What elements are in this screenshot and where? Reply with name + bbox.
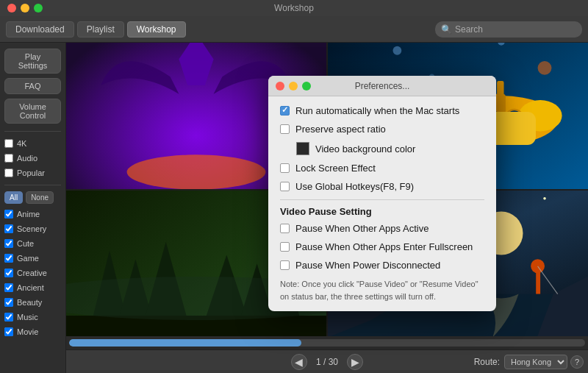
window-title: Workshop	[274, 3, 314, 13]
close-button[interactable]	[7, 4, 16, 13]
filter-4k-checkbox[interactable]	[4, 139, 13, 148]
pref-hotkeys-label: Use Global Hotkeys(F8, F9)	[295, 181, 414, 192]
modal-minimize-button[interactable]	[289, 82, 298, 90]
play-settings-button[interactable]: Play Settings	[4, 49, 61, 74]
minimize-button[interactable]	[21, 4, 29, 13]
category-scenery: Scenery	[4, 223, 61, 235]
sidebar-divider-1	[4, 131, 61, 132]
pref-run-auto-checkbox[interactable]	[280, 106, 290, 116]
category-music-checkbox[interactable]	[4, 313, 13, 322]
category-cute: Cute	[4, 238, 61, 249]
volume-control-button[interactable]: Volume Control	[4, 99, 61, 124]
filter-all-none: All None	[4, 191, 61, 204]
category-game: Game	[4, 252, 61, 264]
modal-divider	[280, 199, 484, 200]
toolbar: Downloaded Playlist Workshop 🔍	[0, 16, 588, 43]
pref-video-bg-label: Video background color	[315, 143, 415, 154]
modal-body: Run automatically when the Mac starts Pr…	[268, 96, 496, 311]
category-music-label: Music	[17, 313, 38, 322]
pref-pause-fullscreen-label: Pause When Other Apps Enter Fullscreen	[295, 241, 473, 252]
pref-hotkeys: Use Global Hotkeys(F8, F9)	[280, 181, 484, 192]
category-creative-checkbox[interactable]	[4, 269, 13, 277]
pref-aspect-ratio: Preserve aspect ratio	[280, 124, 484, 135]
sidebar-divider-2	[4, 185, 61, 185]
filter-all-button[interactable]: All	[4, 191, 23, 204]
modal-overlay: Preferences... Run automatically when th…	[66, 43, 588, 373]
pref-pause-power: Pause When Power Disconnected	[280, 260, 484, 271]
modal-close-button[interactable]	[276, 82, 284, 90]
tab-workshop[interactable]: Workshop	[127, 21, 186, 38]
preferences-modal: Preferences... Run automatically when th…	[268, 76, 496, 311]
category-game-checkbox[interactable]	[4, 254, 13, 263]
pref-run-auto: Run automatically when the Mac starts	[280, 105, 484, 116]
pref-aspect-ratio-checkbox[interactable]	[280, 124, 290, 134]
category-beauty: Beauty	[4, 296, 61, 308]
category-anime: Anime	[4, 208, 61, 220]
modal-maximize-button[interactable]	[302, 82, 311, 90]
traffic-lights	[7, 4, 43, 13]
maximize-button[interactable]	[34, 4, 43, 13]
category-game-label: Game	[17, 254, 39, 263]
category-anime-checkbox[interactable]	[4, 210, 13, 219]
pref-pause-power-label: Pause When Power Disconnected	[295, 260, 440, 271]
pref-hotkeys-checkbox[interactable]	[280, 182, 290, 191]
pref-pause-power-checkbox[interactable]	[280, 260, 290, 270]
filter-audio-checkbox[interactable]	[4, 154, 13, 163]
search-icon: 🔍	[441, 24, 452, 35]
pref-pause-apps-active: Pause When Other Apps Active	[280, 223, 484, 234]
category-scenery-label: Scenery	[17, 224, 46, 233]
category-movie: Movie	[4, 326, 61, 338]
pref-lock-screen-label: Lock Screen Effect	[295, 163, 376, 174]
pref-lock-screen-checkbox[interactable]	[280, 163, 290, 173]
pref-pause-fullscreen: Pause When Other Apps Enter Fullscreen	[280, 241, 484, 252]
filter-4k: 4K	[4, 138, 61, 149]
modal-title: Preferences...	[355, 81, 410, 91]
category-scenery-checkbox[interactable]	[4, 224, 13, 233]
color-swatch[interactable]	[296, 142, 309, 155]
pref-lock-screen: Lock Screen Effect	[280, 163, 484, 174]
category-movie-checkbox[interactable]	[4, 327, 13, 336]
modal-traffic-lights	[276, 82, 311, 90]
pref-video-bg-color: Video background color	[296, 142, 484, 155]
pref-pause-apps-active-label: Pause When Other Apps Active	[295, 223, 429, 234]
main-layout: Play Settings FAQ Volume Control 4K Audi…	[0, 43, 588, 373]
category-beauty-checkbox[interactable]	[4, 298, 13, 307]
pref-pause-fullscreen-checkbox[interactable]	[280, 242, 290, 252]
category-cute-label: Cute	[17, 239, 34, 248]
pref-aspect-ratio-label: Preserve aspect ratio	[295, 124, 386, 135]
modal-title-bar: Preferences...	[268, 76, 496, 96]
video-pause-section-title: Video Pause Setting	[280, 206, 484, 217]
filter-audio-label: Audio	[17, 154, 37, 163]
content-area: ◀ 1 / 30 ▶ Route: Hong Kong ?	[66, 43, 588, 373]
category-cute-checkbox[interactable]	[4, 239, 13, 248]
category-ancient-label: Ancient	[17, 283, 44, 292]
filter-4k-label: 4K	[17, 139, 26, 148]
faq-button[interactable]: FAQ	[4, 78, 61, 94]
category-creative: Creative	[4, 267, 61, 279]
tab-playlist[interactable]: Playlist	[77, 21, 124, 38]
filter-popular-label: Popular	[17, 168, 45, 177]
filter-popular: Popular	[4, 167, 61, 179]
filter-popular-checkbox[interactable]	[4, 168, 13, 177]
category-beauty-label: Beauty	[17, 298, 42, 307]
title-bar: Workshop	[0, 0, 588, 16]
category-ancient-checkbox[interactable]	[4, 283, 13, 292]
pref-pause-apps-active-checkbox[interactable]	[280, 224, 290, 233]
filter-audio: Audio	[4, 152, 61, 164]
category-music: Music	[4, 311, 61, 323]
category-ancient: Ancient	[4, 282, 61, 294]
pref-run-auto-label: Run automatically when the Mac starts	[295, 105, 459, 116]
category-creative-label: Creative	[17, 269, 47, 277]
pref-pause-note: Note: Once you click "Pause Video" or "R…	[280, 278, 484, 302]
category-movie-label: Movie	[17, 327, 38, 336]
category-anime-label: Anime	[17, 210, 40, 219]
sidebar: Play Settings FAQ Volume Control 4K Audi…	[0, 43, 66, 373]
search-input[interactable]	[455, 24, 576, 35]
search-box: 🔍	[435, 21, 582, 38]
filter-none-button[interactable]: None	[26, 191, 54, 204]
tab-downloaded[interactable]: Downloaded	[6, 21, 74, 38]
